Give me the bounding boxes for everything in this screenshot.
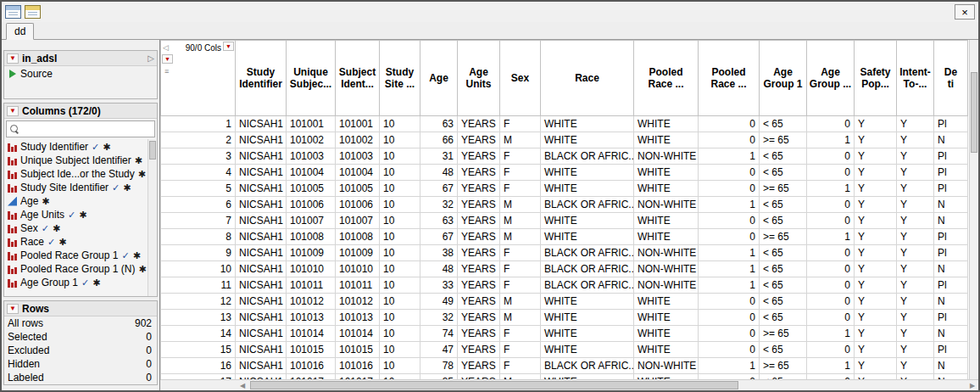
column-list-item[interactable]: Pooled Race Group 1✓✱ <box>4 249 148 262</box>
data-cell[interactable]: Y <box>855 342 897 358</box>
data-cell[interactable]: < 65 <box>760 310 807 326</box>
data-cell[interactable]: 48 <box>420 165 458 181</box>
data-cell[interactable]: 67 <box>420 181 458 197</box>
data-cell[interactable]: F <box>500 277 541 294</box>
data-cell[interactable]: 0 <box>699 116 760 132</box>
panel-expand-icon[interactable]: ▷ <box>148 53 154 63</box>
data-cell[interactable]: WHITE <box>541 213 634 229</box>
data-cell[interactable]: F <box>500 358 541 374</box>
data-cell[interactable]: YEARS <box>458 294 500 310</box>
row-state-icon[interactable]: ≡ <box>164 65 169 77</box>
data-cell[interactable]: Y <box>897 148 934 165</box>
data-cell[interactable]: YEARS <box>458 229 500 245</box>
data-cell[interactable]: YEARS <box>458 326 500 342</box>
column-list-item[interactable]: Study Site Identifier✓✱ <box>4 181 148 194</box>
row-number-cell[interactable]: 2 <box>161 132 236 148</box>
data-cell[interactable]: 0 <box>807 342 855 358</box>
data-cell[interactable]: M <box>500 294 541 310</box>
data-cell[interactable]: 101011 <box>336 277 380 294</box>
source-row[interactable]: Source <box>4 66 157 81</box>
data-cell[interactable]: 1 <box>807 326 855 342</box>
data-cell[interactable]: Y <box>897 165 934 181</box>
column-list-item[interactable]: Pooled Race Group 1 (N)✱ <box>4 262 148 276</box>
column-header[interactable]: Race <box>541 41 634 116</box>
columns-menu-icon[interactable]: ▼ <box>223 42 234 51</box>
data-cell[interactable]: 10 <box>380 229 420 245</box>
data-cell[interactable]: 1 <box>699 245 760 261</box>
data-cell[interactable]: 33 <box>420 277 458 294</box>
data-cell[interactable]: NICSAH1 <box>236 261 287 277</box>
grid-corner-cell[interactable]: ◁ 90/0 Cols ▼ ▼ ≡ <box>161 41 236 116</box>
data-cell[interactable]: < 65 <box>760 165 807 181</box>
data-cell[interactable]: Y <box>855 229 897 245</box>
data-cell[interactable]: YEARS <box>458 310 500 326</box>
data-cell[interactable]: NICSAH1 <box>236 310 287 326</box>
data-cell[interactable]: YEARS <box>458 342 500 358</box>
data-cell[interactable]: 1 <box>807 358 855 374</box>
data-cell[interactable]: F <box>500 326 541 342</box>
data-cell[interactable]: WHITE <box>634 326 699 342</box>
data-cell[interactable]: 0 <box>807 165 855 181</box>
red-triangle-menu-icon[interactable]: ▼ <box>7 106 19 116</box>
row-number-cell[interactable]: 10 <box>161 261 236 277</box>
data-table-icon[interactable] <box>5 5 21 19</box>
vertical-scroll-thumb[interactable] <box>971 72 977 153</box>
data-cell[interactable]: >= 65 <box>760 229 807 245</box>
data-cell[interactable]: 47 <box>420 342 458 358</box>
collapse-columns-icon[interactable]: ◁ <box>163 42 169 53</box>
data-cell[interactable]: Y <box>855 245 897 261</box>
data-cell[interactable]: F <box>500 116 541 132</box>
data-cell[interactable]: 101012 <box>336 294 380 310</box>
data-cell[interactable]: F <box>500 261 541 277</box>
data-cell[interactable]: WHITE <box>541 229 634 245</box>
data-cell[interactable]: WHITE <box>541 181 634 197</box>
data-cell[interactable]: NICSAH1 <box>236 132 287 148</box>
data-cell[interactable]: 0 <box>699 294 760 310</box>
column-header[interactable]: Study Identifier <box>236 41 287 116</box>
column-header[interactable]: De ti <box>934 41 968 116</box>
data-cell[interactable]: 101009 <box>336 245 380 261</box>
data-cell[interactable]: 101006 <box>336 197 380 213</box>
data-cell[interactable]: 101008 <box>287 229 336 245</box>
data-cell[interactable]: M <box>500 197 541 213</box>
data-cell[interactable]: 10 <box>380 132 420 148</box>
data-cell[interactable]: N <box>934 132 968 148</box>
data-cell[interactable]: 63 <box>420 213 458 229</box>
data-cell[interactable]: F <box>500 342 541 358</box>
data-cell[interactable]: YEARS <box>458 213 500 229</box>
column-header[interactable]: Age Group 1 <box>760 41 807 116</box>
data-cell[interactable]: Y <box>897 116 934 132</box>
data-cell[interactable]: 10 <box>380 116 420 132</box>
column-header[interactable]: Age Units <box>458 41 500 116</box>
data-cell[interactable]: Y <box>897 310 934 326</box>
data-cell[interactable]: N <box>934 358 968 374</box>
columns-list-scroll-thumb[interactable] <box>149 141 156 160</box>
data-cell[interactable]: 101014 <box>336 326 380 342</box>
horizontal-scrollbar[interactable]: ◀ ▶ <box>160 379 978 390</box>
data-cell[interactable]: WHITE <box>541 165 634 181</box>
red-triangle-menu-icon[interactable]: ▼ <box>7 304 19 314</box>
data-cell[interactable]: Y <box>897 213 934 229</box>
data-cell[interactable]: 10 <box>380 213 420 229</box>
data-cell[interactable]: WHITE <box>634 310 699 326</box>
data-cell[interactable]: 1 <box>699 277 760 294</box>
data-cell[interactable]: 0 <box>699 229 760 245</box>
data-cell[interactable]: 10 <box>380 148 420 165</box>
data-cell[interactable]: Y <box>855 261 897 277</box>
data-cell[interactable]: < 65 <box>760 261 807 277</box>
column-list-item[interactable]: Study Identifier✓✱ <box>4 140 148 154</box>
row-number-cell[interactable]: 3 <box>161 148 236 165</box>
data-cell[interactable]: < 65 <box>760 294 807 310</box>
data-cell[interactable]: 1 <box>699 148 760 165</box>
data-cell[interactable]: Y <box>855 148 897 165</box>
column-list-item[interactable]: Subject Ide...or the Study✱ <box>4 167 148 181</box>
data-cell[interactable]: M <box>500 310 541 326</box>
data-cell[interactable]: BLACK OR AFRIC... <box>541 148 634 165</box>
data-cell[interactable]: 101014 <box>287 326 336 342</box>
data-cell[interactable]: Y <box>897 294 934 310</box>
column-list-item[interactable]: Age Group 1✓✱ <box>4 276 148 289</box>
secondary-table-icon[interactable] <box>25 5 41 19</box>
data-cell[interactable]: 31 <box>420 148 458 165</box>
red-triangle-menu-icon[interactable]: ▼ <box>7 53 19 64</box>
data-cell[interactable]: 101016 <box>287 358 336 374</box>
